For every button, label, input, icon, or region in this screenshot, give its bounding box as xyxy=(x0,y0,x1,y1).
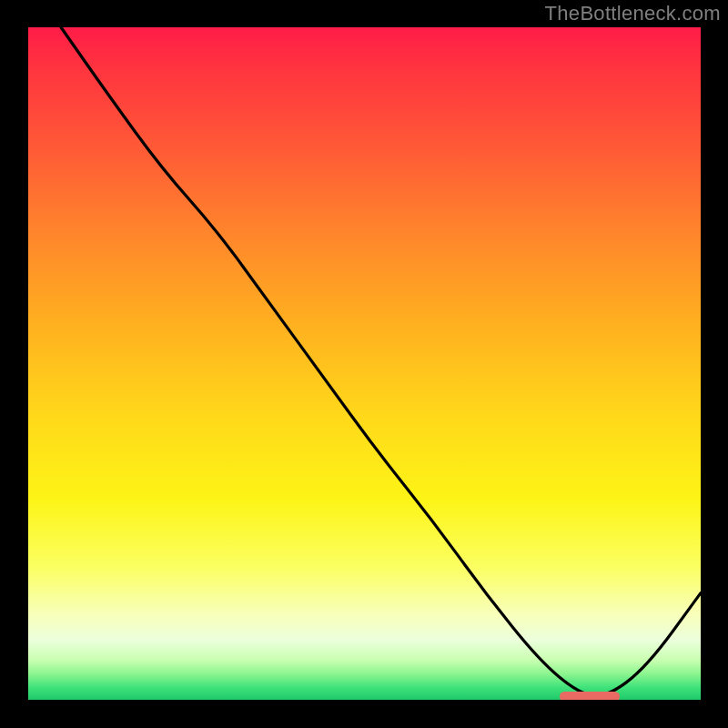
x-axis-line xyxy=(25,700,703,703)
chart-frame: TheBottleneck.com xyxy=(0,0,728,728)
bottleneck-curve xyxy=(27,27,701,701)
y-axis-line xyxy=(25,27,28,703)
plot-area xyxy=(27,27,701,701)
attribution-text: TheBottleneck.com xyxy=(545,2,721,25)
